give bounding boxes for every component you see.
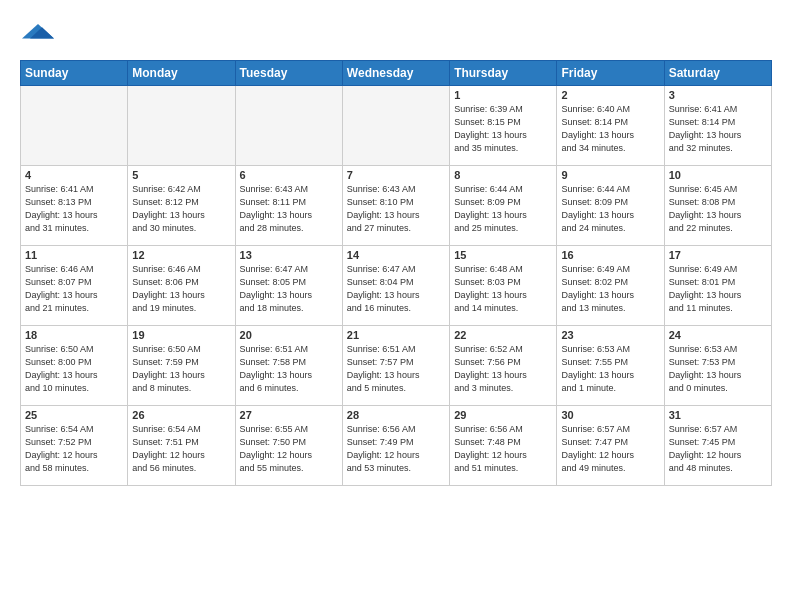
day-info: Sunrise: 6:56 AM Sunset: 7:48 PM Dayligh…	[454, 423, 552, 475]
day-number: 8	[454, 169, 552, 181]
day-number: 29	[454, 409, 552, 421]
day-info: Sunrise: 6:53 AM Sunset: 7:55 PM Dayligh…	[561, 343, 659, 395]
day-cell: 29Sunrise: 6:56 AM Sunset: 7:48 PM Dayli…	[450, 406, 557, 486]
day-info: Sunrise: 6:43 AM Sunset: 8:10 PM Dayligh…	[347, 183, 445, 235]
day-number: 20	[240, 329, 338, 341]
day-info: Sunrise: 6:43 AM Sunset: 8:11 PM Dayligh…	[240, 183, 338, 235]
day-cell: 6Sunrise: 6:43 AM Sunset: 8:11 PM Daylig…	[235, 166, 342, 246]
day-cell	[128, 86, 235, 166]
day-number: 24	[669, 329, 767, 341]
day-cell: 11Sunrise: 6:46 AM Sunset: 8:07 PM Dayli…	[21, 246, 128, 326]
header	[20, 16, 772, 52]
day-cell: 27Sunrise: 6:55 AM Sunset: 7:50 PM Dayli…	[235, 406, 342, 486]
day-info: Sunrise: 6:47 AM Sunset: 8:05 PM Dayligh…	[240, 263, 338, 315]
day-number: 28	[347, 409, 445, 421]
day-cell: 17Sunrise: 6:49 AM Sunset: 8:01 PM Dayli…	[664, 246, 771, 326]
weekday-header-row: SundayMondayTuesdayWednesdayThursdayFrid…	[21, 61, 772, 86]
day-cell: 1Sunrise: 6:39 AM Sunset: 8:15 PM Daylig…	[450, 86, 557, 166]
day-number: 26	[132, 409, 230, 421]
day-info: Sunrise: 6:47 AM Sunset: 8:04 PM Dayligh…	[347, 263, 445, 315]
day-cell: 12Sunrise: 6:46 AM Sunset: 8:06 PM Dayli…	[128, 246, 235, 326]
day-cell: 5Sunrise: 6:42 AM Sunset: 8:12 PM Daylig…	[128, 166, 235, 246]
day-cell: 20Sunrise: 6:51 AM Sunset: 7:58 PM Dayli…	[235, 326, 342, 406]
week-row-1: 4Sunrise: 6:41 AM Sunset: 8:13 PM Daylig…	[21, 166, 772, 246]
day-cell: 19Sunrise: 6:50 AM Sunset: 7:59 PM Dayli…	[128, 326, 235, 406]
day-info: Sunrise: 6:55 AM Sunset: 7:50 PM Dayligh…	[240, 423, 338, 475]
day-info: Sunrise: 6:56 AM Sunset: 7:49 PM Dayligh…	[347, 423, 445, 475]
day-number: 13	[240, 249, 338, 261]
weekday-thursday: Thursday	[450, 61, 557, 86]
week-row-3: 18Sunrise: 6:50 AM Sunset: 8:00 PM Dayli…	[21, 326, 772, 406]
day-cell	[235, 86, 342, 166]
page: SundayMondayTuesdayWednesdayThursdayFrid…	[0, 0, 792, 496]
day-number: 17	[669, 249, 767, 261]
day-cell: 22Sunrise: 6:52 AM Sunset: 7:56 PM Dayli…	[450, 326, 557, 406]
day-cell: 7Sunrise: 6:43 AM Sunset: 8:10 PM Daylig…	[342, 166, 449, 246]
day-number: 10	[669, 169, 767, 181]
day-info: Sunrise: 6:40 AM Sunset: 8:14 PM Dayligh…	[561, 103, 659, 155]
day-number: 18	[25, 329, 123, 341]
day-cell: 2Sunrise: 6:40 AM Sunset: 8:14 PM Daylig…	[557, 86, 664, 166]
day-number: 23	[561, 329, 659, 341]
weekday-sunday: Sunday	[21, 61, 128, 86]
day-info: Sunrise: 6:39 AM Sunset: 8:15 PM Dayligh…	[454, 103, 552, 155]
weekday-wednesday: Wednesday	[342, 61, 449, 86]
day-info: Sunrise: 6:49 AM Sunset: 8:01 PM Dayligh…	[669, 263, 767, 315]
day-info: Sunrise: 6:52 AM Sunset: 7:56 PM Dayligh…	[454, 343, 552, 395]
day-cell: 30Sunrise: 6:57 AM Sunset: 7:47 PM Dayli…	[557, 406, 664, 486]
day-number: 16	[561, 249, 659, 261]
day-info: Sunrise: 6:49 AM Sunset: 8:02 PM Dayligh…	[561, 263, 659, 315]
day-info: Sunrise: 6:44 AM Sunset: 8:09 PM Dayligh…	[561, 183, 659, 235]
day-cell: 21Sunrise: 6:51 AM Sunset: 7:57 PM Dayli…	[342, 326, 449, 406]
day-info: Sunrise: 6:51 AM Sunset: 7:58 PM Dayligh…	[240, 343, 338, 395]
day-number: 31	[669, 409, 767, 421]
weekday-saturday: Saturday	[664, 61, 771, 86]
day-info: Sunrise: 6:54 AM Sunset: 7:51 PM Dayligh…	[132, 423, 230, 475]
day-info: Sunrise: 6:45 AM Sunset: 8:08 PM Dayligh…	[669, 183, 767, 235]
day-cell: 4Sunrise: 6:41 AM Sunset: 8:13 PM Daylig…	[21, 166, 128, 246]
week-row-4: 25Sunrise: 6:54 AM Sunset: 7:52 PM Dayli…	[21, 406, 772, 486]
day-number: 15	[454, 249, 552, 261]
day-number: 4	[25, 169, 123, 181]
day-number: 7	[347, 169, 445, 181]
day-cell: 18Sunrise: 6:50 AM Sunset: 8:00 PM Dayli…	[21, 326, 128, 406]
day-cell: 3Sunrise: 6:41 AM Sunset: 8:14 PM Daylig…	[664, 86, 771, 166]
weekday-monday: Monday	[128, 61, 235, 86]
week-row-2: 11Sunrise: 6:46 AM Sunset: 8:07 PM Dayli…	[21, 246, 772, 326]
day-number: 19	[132, 329, 230, 341]
day-info: Sunrise: 6:54 AM Sunset: 7:52 PM Dayligh…	[25, 423, 123, 475]
day-info: Sunrise: 6:42 AM Sunset: 8:12 PM Dayligh…	[132, 183, 230, 235]
day-number: 1	[454, 89, 552, 101]
day-number: 22	[454, 329, 552, 341]
day-number: 2	[561, 89, 659, 101]
day-info: Sunrise: 6:53 AM Sunset: 7:53 PM Dayligh…	[669, 343, 767, 395]
day-number: 27	[240, 409, 338, 421]
logo	[20, 16, 54, 52]
day-cell: 9Sunrise: 6:44 AM Sunset: 8:09 PM Daylig…	[557, 166, 664, 246]
day-cell: 28Sunrise: 6:56 AM Sunset: 7:49 PM Dayli…	[342, 406, 449, 486]
logo-icon	[22, 16, 54, 48]
day-cell: 23Sunrise: 6:53 AM Sunset: 7:55 PM Dayli…	[557, 326, 664, 406]
day-number: 3	[669, 89, 767, 101]
day-number: 30	[561, 409, 659, 421]
weekday-tuesday: Tuesday	[235, 61, 342, 86]
day-info: Sunrise: 6:57 AM Sunset: 7:47 PM Dayligh…	[561, 423, 659, 475]
day-info: Sunrise: 6:41 AM Sunset: 8:14 PM Dayligh…	[669, 103, 767, 155]
day-cell	[21, 86, 128, 166]
day-cell: 14Sunrise: 6:47 AM Sunset: 8:04 PM Dayli…	[342, 246, 449, 326]
day-info: Sunrise: 6:41 AM Sunset: 8:13 PM Dayligh…	[25, 183, 123, 235]
day-info: Sunrise: 6:48 AM Sunset: 8:03 PM Dayligh…	[454, 263, 552, 315]
day-cell: 15Sunrise: 6:48 AM Sunset: 8:03 PM Dayli…	[450, 246, 557, 326]
day-info: Sunrise: 6:57 AM Sunset: 7:45 PM Dayligh…	[669, 423, 767, 475]
day-info: Sunrise: 6:51 AM Sunset: 7:57 PM Dayligh…	[347, 343, 445, 395]
day-number: 11	[25, 249, 123, 261]
weekday-friday: Friday	[557, 61, 664, 86]
day-cell: 25Sunrise: 6:54 AM Sunset: 7:52 PM Dayli…	[21, 406, 128, 486]
day-info: Sunrise: 6:50 AM Sunset: 7:59 PM Dayligh…	[132, 343, 230, 395]
week-row-0: 1Sunrise: 6:39 AM Sunset: 8:15 PM Daylig…	[21, 86, 772, 166]
day-cell: 8Sunrise: 6:44 AM Sunset: 8:09 PM Daylig…	[450, 166, 557, 246]
day-cell: 24Sunrise: 6:53 AM Sunset: 7:53 PM Dayli…	[664, 326, 771, 406]
calendar-table: SundayMondayTuesdayWednesdayThursdayFrid…	[20, 60, 772, 486]
day-number: 6	[240, 169, 338, 181]
day-cell: 31Sunrise: 6:57 AM Sunset: 7:45 PM Dayli…	[664, 406, 771, 486]
